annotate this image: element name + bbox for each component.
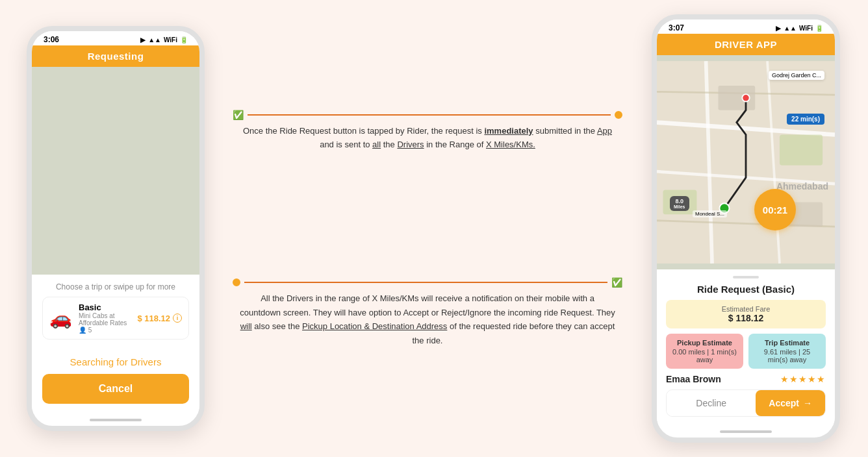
driver-wifi-icon: WiFi bbox=[799, 25, 813, 32]
miles-unit: Miles bbox=[674, 204, 685, 209]
check-icon-1: ✅ bbox=[233, 110, 244, 120]
arrow-icon: → bbox=[803, 398, 812, 408]
battery-icon: 🔋 bbox=[180, 36, 188, 43]
driver-map-label: Godrej Garden C... bbox=[769, 71, 824, 80]
annotation-2-header: ✅ bbox=[233, 277, 622, 288]
driver-name: Emaa Brown bbox=[666, 374, 721, 384]
driver-map-svg bbox=[657, 55, 835, 269]
rider-map: 📍 Godrej Garden... Google અમ.. Rent A Ta… bbox=[32, 67, 199, 275]
signal-icon: ▲▲ bbox=[148, 36, 161, 43]
ride-option-seats: 👤 5 bbox=[79, 327, 131, 334]
driver-name-row: Emaa Brown ★★★★★ bbox=[666, 374, 826, 384]
annotation-1: ✅ Once the Ride Request button is tapped… bbox=[233, 110, 622, 152]
trip-estimate-box: Trip Estimate 9.61 miles | 25 min(s) awa… bbox=[748, 334, 826, 369]
ride-option-name: Basic bbox=[79, 303, 131, 312]
driver-stars: ★★★★★ bbox=[780, 374, 826, 384]
driver-location-icon: ▶ bbox=[776, 25, 781, 32]
h-line-2 bbox=[244, 282, 607, 283]
trip-value: 9.61 miles | 25 min(s) away bbox=[755, 348, 819, 364]
pickup-estimate-box: Pickup Estimate 0.00 miles | 1 min(s) aw… bbox=[666, 334, 743, 369]
rider-status-icons: ▶ ▲▲ WiFi 🔋 bbox=[140, 36, 188, 43]
estimate-row: Pickup Estimate 0.00 miles | 1 min(s) aw… bbox=[666, 334, 826, 369]
driver-status-bar: 3:07 ▶ ▲▲ WiFi 🔋 bbox=[657, 19, 835, 34]
dot-1 bbox=[615, 111, 622, 119]
cancel-button[interactable]: Cancel bbox=[42, 374, 189, 404]
ride-request-title: Ride Request (Basic) bbox=[666, 284, 826, 295]
action-row: Decline Accept → bbox=[666, 389, 826, 417]
price-value: $ 118.12 bbox=[137, 314, 170, 323]
timer-circle: 00:21 bbox=[754, 189, 796, 230]
location-icon: ▶ bbox=[140, 36, 146, 43]
annotation-2: ✅ All the Drivers in the range of X Mile… bbox=[233, 277, 622, 347]
dot-2 bbox=[233, 278, 240, 286]
pickup-label: Pickup Estimate bbox=[672, 339, 737, 347]
fare-amount: $ 118.12 bbox=[674, 313, 818, 323]
ahmedabad-label: Ahmedabad bbox=[776, 181, 828, 191]
ride-option-price: $ 118.12 i bbox=[137, 314, 182, 323]
panel-handle bbox=[733, 276, 759, 278]
annotation-1-text: Once the Ride Request button is tapped b… bbox=[233, 124, 622, 152]
rider-time: 3:06 bbox=[44, 35, 59, 44]
svg-rect-19 bbox=[780, 134, 823, 165]
annotation-2-text: All the Drivers in the range of X Miles/… bbox=[233, 291, 622, 347]
decline-button[interactable]: Decline bbox=[667, 390, 756, 416]
pickup-value: 0.00 miles | 1 min(s) away bbox=[672, 348, 737, 364]
ride-option-info: Basic Mini Cabs at Affordable Rates 👤 5 bbox=[79, 303, 131, 334]
mondeal-label: Mondeal S... bbox=[693, 210, 727, 217]
driver-signal-icon: ▲▲ bbox=[784, 25, 797, 32]
driver-header: DRIVER APP bbox=[657, 34, 835, 55]
car-icon: 🚗 bbox=[49, 308, 72, 329]
svg-point-23 bbox=[742, 94, 749, 101]
driver-battery-icon: 🔋 bbox=[815, 25, 823, 32]
miles-value: 8.0 bbox=[674, 198, 685, 204]
driver-home-bar bbox=[720, 430, 772, 433]
fare-box: Estimated Fare $ 118.12 bbox=[666, 300, 826, 328]
home-bar bbox=[90, 419, 142, 421]
center-annotations: ✅ Once the Ride Request button is tapped… bbox=[213, 8, 642, 449]
driver-panel: Ride Request (Basic) Estimated Fare $ 11… bbox=[657, 269, 835, 426]
driver-time: 3:07 bbox=[669, 23, 684, 32]
miles-badge: 8.0 Miles bbox=[670, 196, 689, 211]
rider-status-bar: 3:06 ▶ ▲▲ WiFi 🔋 bbox=[32, 31, 199, 45]
check-icon-2: ✅ bbox=[611, 277, 622, 288]
accept-label: Accept bbox=[769, 398, 799, 408]
searching-text: Searching for Drivers bbox=[42, 346, 189, 374]
accept-button[interactable]: Accept → bbox=[756, 390, 825, 416]
ride-option-basic[interactable]: 🚗 Basic Mini Cabs at Affordable Rates 👤 … bbox=[42, 297, 189, 340]
left-phone-wrap: 3:06 ▶ ▲▲ WiFi 🔋 Requesting bbox=[18, 8, 213, 449]
h-line-1 bbox=[248, 114, 611, 116]
annotation-1-header: ✅ bbox=[233, 110, 622, 120]
eta-badge: 22 min(s) bbox=[787, 114, 824, 125]
rider-home-indicator bbox=[32, 414, 199, 426]
trip-label: Trip Estimate bbox=[755, 339, 819, 347]
scene: 3:06 ▶ ▲▲ WiFi 🔋 Requesting bbox=[18, 8, 850, 449]
rider-phone: 3:06 ▶ ▲▲ WiFi 🔋 Requesting bbox=[27, 26, 205, 431]
driver-map: Godrej Garden C... 22 min(s) 8.0 Miles M… bbox=[657, 55, 835, 269]
fare-label: Estimated Fare bbox=[674, 305, 818, 313]
rider-header: Requesting bbox=[32, 45, 199, 67]
driver-home-indicator bbox=[657, 426, 835, 438]
driver-phone: 3:07 ▶ ▲▲ WiFi 🔋 DRIVER APP bbox=[652, 14, 840, 443]
right-phone-wrap: 3:07 ▶ ▲▲ WiFi 🔋 DRIVER APP bbox=[642, 8, 850, 449]
rider-phone-bottom: Choose a trip or swipe up for more 🚗 Bas… bbox=[32, 275, 199, 414]
driver-status-icons: ▶ ▲▲ WiFi 🔋 bbox=[776, 25, 823, 32]
trip-selector-text: Choose a trip or swipe up for more bbox=[42, 282, 189, 291]
wifi-icon: WiFi bbox=[164, 36, 177, 43]
ride-option-sub: Mini Cabs at Affordable Rates bbox=[79, 312, 131, 327]
info-icon: i bbox=[173, 314, 182, 323]
